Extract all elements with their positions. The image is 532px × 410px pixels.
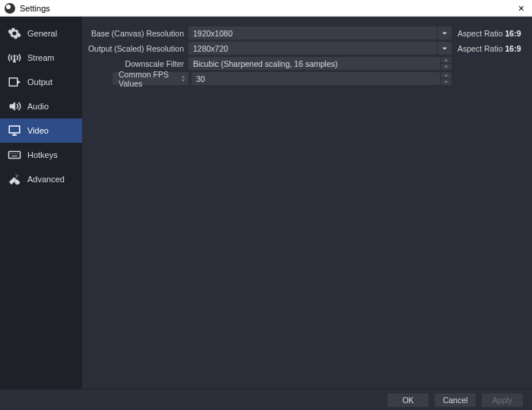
row-output-resolution: Output (Scaled) Resolution 1280x720 Aspe…	[82, 41, 526, 55]
cancel-button[interactable]: Cancel	[435, 393, 476, 407]
downscale-filter-select[interactable]: Bicubic (Sharpened scaling, 16 samples)	[188, 57, 440, 70]
antenna-icon	[8, 51, 21, 65]
chevron-up-icon[interactable]	[441, 57, 451, 63]
svg-rect-2	[9, 126, 20, 133]
ok-button[interactable]: OK	[388, 393, 429, 407]
svg-rect-3	[9, 152, 21, 159]
keyboard-icon	[8, 148, 21, 162]
sidebar-item-label: Output	[27, 77, 52, 87]
gear-icon	[8, 27, 21, 40]
svg-rect-1	[9, 78, 17, 87]
sidebar-item-label: Video	[27, 126, 49, 135]
sidebar-item-label: Advanced	[27, 175, 65, 184]
tools-icon	[8, 172, 21, 186]
fps-value-spinner[interactable]	[441, 72, 451, 85]
sidebar-item-label: Audio	[27, 102, 49, 111]
chevron-down-icon[interactable]	[441, 79, 451, 85]
window-body: General Stream Output Audio Video	[0, 17, 532, 389]
app-icon	[5, 3, 15, 14]
window-title: Settings	[20, 4, 50, 13]
svg-point-0	[14, 55, 15, 57]
chevron-down-icon	[442, 46, 448, 52]
sidebar: General Stream Output Audio Video	[0, 17, 82, 389]
fps-type-select[interactable]: Common FPS Values	[112, 72, 188, 85]
chevron-down-icon[interactable]	[441, 64, 451, 70]
apply-button: Apply	[482, 393, 523, 407]
sidebar-item-stream[interactable]: Stream	[0, 46, 82, 70]
output-resolution-dropdown-button[interactable]	[438, 42, 451, 55]
output-aspect-ratio: Aspect Ratio 16:9	[451, 44, 526, 53]
downscale-filter-spinner[interactable]	[441, 57, 451, 70]
sidebar-item-hotkeys[interactable]: Hotkeys	[0, 143, 82, 167]
sidebar-item-video[interactable]: Video	[0, 118, 82, 143]
sidebar-item-general[interactable]: General	[0, 21, 82, 46]
dialog-footer: OK Cancel Apply	[0, 389, 532, 410]
output-icon	[8, 75, 21, 89]
monitor-icon	[8, 124, 21, 137]
row-fps: Common FPS Values 30	[82, 71, 526, 86]
chevron-down-icon	[181, 79, 185, 82]
base-resolution-value[interactable]: 1920x1080	[188, 27, 437, 39]
label-base-resolution: Base (Canvas) Resolution	[82, 29, 188, 38]
chevron-down-icon	[442, 30, 448, 36]
sidebar-item-label: Hotkeys	[27, 150, 58, 159]
label-output-resolution: Output (Scaled) Resolution	[82, 44, 188, 53]
base-aspect-ratio: Aspect Ratio 16:9	[451, 29, 526, 38]
chevron-up-icon	[181, 75, 185, 78]
row-base-resolution: Base (Canvas) Resolution 1920x1080 Aspec…	[82, 26, 526, 40]
sidebar-item-label: General	[27, 29, 57, 38]
label-downscale-filter: Downscale Filter	[82, 59, 188, 68]
row-downscale-filter: Downscale Filter Bicubic (Sharpened scal…	[82, 56, 526, 71]
speaker-icon	[8, 99, 21, 113]
sidebar-item-advanced[interactable]: Advanced	[0, 167, 82, 191]
output-resolution-value[interactable]: 1280x720	[188, 42, 437, 55]
chevron-up-icon[interactable]	[441, 72, 451, 78]
sidebar-item-audio[interactable]: Audio	[0, 94, 82, 118]
close-icon[interactable]: ×	[515, 3, 527, 14]
titlebar: Settings ×	[0, 0, 532, 17]
base-resolution-dropdown-button[interactable]	[438, 27, 451, 39]
fps-value-select[interactable]: 30	[192, 72, 440, 85]
sidebar-item-output[interactable]: Output	[0, 70, 82, 94]
settings-video-panel: Base (Canvas) Resolution 1920x1080 Aspec…	[82, 17, 532, 389]
sidebar-item-label: Stream	[27, 53, 54, 62]
